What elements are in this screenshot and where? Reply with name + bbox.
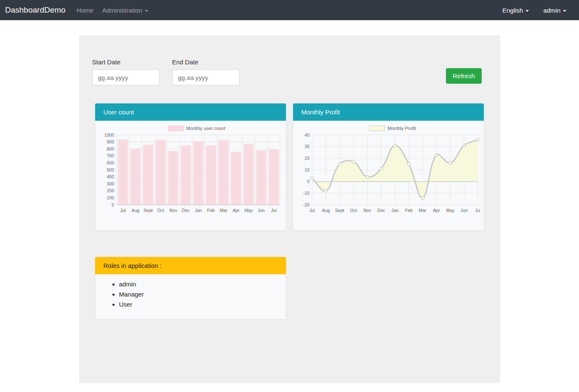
chart-point — [407, 163, 410, 166]
chart-bar — [143, 145, 153, 205]
y-tick-label: 40 — [304, 132, 310, 138]
end-date-input[interactable] — [172, 69, 240, 85]
x-tick-label: Sept — [143, 208, 152, 213]
x-tick-label: Feb — [405, 208, 412, 213]
chart-bar — [155, 140, 165, 205]
start-date-field: Start Date — [92, 58, 160, 85]
legend-label: Monthly user count — [186, 126, 225, 131]
y-tick-label: 400 — [107, 174, 114, 179]
end-date-field: End Date — [172, 58, 240, 85]
user-count-canvas: 01002003004005006007008009001000JulAugSe… — [99, 122, 282, 228]
y-tick-label: 200 — [107, 188, 114, 193]
nav-item-home[interactable]: Home — [77, 7, 93, 14]
y-tick-label: 600 — [107, 160, 114, 165]
nav-right: English admin — [502, 7, 566, 14]
role-item: admin — [119, 281, 286, 288]
y-tick-label: 10 — [304, 167, 310, 172]
x-tick-label: May — [446, 208, 455, 213]
chart-bar — [218, 140, 228, 205]
chart-bar — [231, 152, 241, 205]
chart-legend[interactable]: Monthly user count — [168, 126, 225, 131]
y-tick-label: 100 — [107, 195, 114, 200]
roles-panel-header: Roles in application : — [95, 257, 286, 274]
y-tick-label: 0 — [112, 202, 114, 207]
monthly-profit-panel: Monthly Profit -20-10010203040JulAugSept… — [293, 103, 484, 231]
start-date-label: Start Date — [92, 58, 160, 66]
y-tick-label: 700 — [107, 153, 114, 158]
monthly-profit-canvas: -20-10010203040JulAugSeptOctNovDecJanFeb… — [297, 122, 480, 228]
x-tick-label: Dec — [181, 208, 189, 213]
y-tick-label: -20 — [303, 202, 309, 207]
chart-bar — [193, 141, 203, 205]
chart-bar — [269, 149, 279, 205]
role-item: User — [119, 301, 286, 308]
user-dropdown-label: admin — [543, 7, 560, 14]
nav-item-administration[interactable]: Administration — [102, 7, 148, 14]
chart-point — [338, 163, 341, 166]
x-tick-label: Jul — [309, 208, 315, 213]
x-tick-label: Jun — [257, 208, 264, 213]
chart-point — [352, 160, 355, 163]
navbar: DashboardDemo Home Administration Englis… — [0, 0, 579, 20]
x-tick-label: Aug — [322, 208, 330, 213]
chart-bar — [243, 144, 253, 205]
roles-list: adminManagerUser — [95, 281, 286, 308]
chart-point — [379, 167, 382, 170]
monthly-profit-chart: -20-10010203040JulAugSeptOctNovDecJanFeb… — [293, 121, 484, 230]
y-tick-label: 300 — [107, 181, 114, 186]
caret-down-icon — [563, 10, 566, 12]
x-tick-label: Apr — [232, 208, 240, 213]
x-tick-label: Jan — [391, 208, 398, 213]
x-tick-label: Oct — [350, 208, 357, 213]
x-tick-label: Apr — [433, 208, 440, 213]
x-tick-label: Nov — [363, 208, 371, 213]
x-tick-label: Dec — [377, 208, 385, 213]
roles-panel-body: adminManagerUser — [95, 274, 286, 319]
x-tick-label: May — [244, 208, 253, 213]
role-item: Manager — [119, 291, 286, 298]
y-tick-label: 900 — [107, 139, 114, 144]
chart-point — [393, 144, 396, 147]
user-count-panel: User count 01002003004005006007008009001… — [95, 103, 286, 231]
x-tick-label: Oct — [157, 208, 164, 213]
user-count-panel-header: User count — [95, 103, 286, 121]
x-tick-label: Jul — [120, 208, 125, 213]
refresh-button[interactable]: Refresh — [446, 68, 482, 84]
chart-point — [462, 144, 465, 147]
chart-point — [421, 196, 424, 199]
user-count-chart: 01002003004005006007008009001000JulAugSe… — [95, 121, 286, 230]
y-tick-label: 1000 — [104, 132, 114, 138]
x-tick-label: Jul — [475, 208, 480, 213]
chart-point — [310, 177, 313, 180]
chart-point — [324, 189, 327, 192]
chart-legend[interactable]: Monthly Profit — [369, 126, 416, 131]
x-tick-label: Mar — [419, 208, 427, 213]
x-tick-label: Sept — [335, 208, 344, 213]
charts-row: User count 01002003004005006007008009001… — [95, 103, 500, 231]
y-tick-label: 0 — [307, 179, 310, 184]
chart-point — [366, 175, 368, 178]
x-tick-label: Nov — [169, 208, 177, 213]
caret-down-icon — [526, 10, 529, 12]
y-tick-label: 500 — [107, 167, 114, 172]
legend-swatch — [168, 126, 183, 131]
legend-swatch — [369, 126, 384, 131]
language-dropdown[interactable]: English — [502, 7, 529, 14]
x-tick-label: Jul — [271, 208, 276, 213]
user-dropdown[interactable]: admin — [543, 7, 566, 14]
chart-bar — [181, 146, 191, 205]
filter-row: Start Date End Date Refresh — [79, 58, 500, 85]
legend-label: Monthly Profit — [387, 126, 416, 131]
start-date-input[interactable] — [92, 69, 160, 85]
main-container: Start Date End Date Refresh User count 0… — [79, 35, 500, 383]
x-tick-label: Jun — [460, 208, 467, 213]
roles-panel: Roles in application : adminManagerUser — [95, 257, 286, 320]
chart-bar — [168, 151, 178, 205]
x-tick-label: Feb — [207, 208, 214, 213]
chart-point — [435, 154, 438, 156]
y-tick-label: 20 — [304, 156, 310, 161]
chart-bar — [117, 140, 128, 205]
x-tick-label: Mar — [219, 208, 227, 213]
brand-logo[interactable]: DashboardDemo — [5, 5, 66, 15]
chart-bar — [130, 148, 140, 205]
